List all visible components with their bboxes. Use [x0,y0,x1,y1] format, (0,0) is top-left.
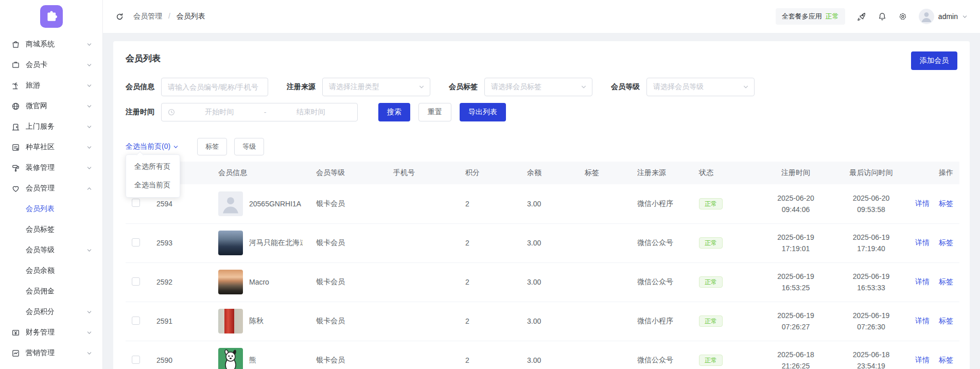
column-header-level: 会员等级 [310,162,387,184]
menu-item-select-current-page[interactable]: 全选当前页 [126,176,180,195]
last-visit-time: 2025-06-2009:53:58 [853,192,890,215]
last-visit-time: 2025-06-1916:53:33 [853,271,890,293]
menu-item-select-all-pages[interactable]: 全选所有页 [126,157,180,176]
detail-link[interactable]: 详情 [915,238,930,247]
detail-link[interactable]: 详情 [915,356,930,364]
member-table: 编号 会员信息 会员等级 手机号 积分 余额 标签 注册来源 状态 注册时间 最… [126,162,959,369]
member-info-input[interactable] [161,78,268,96]
tag-link[interactable]: 标签 [939,356,953,364]
sidebar-item-marketing[interactable]: 营销管理 [0,343,102,363]
clock-icon [168,109,175,116]
sidebar-item-member-list[interactable]: 会员列表 [0,199,102,219]
plan-name: 全套餐多应用 [782,12,822,21]
filter-row-1: 会员信息 注册来源 请选择注册类型 会员标签 请选择会员标签 会员等级 [126,78,957,96]
member-source: 微信公众号 [631,262,693,302]
table-row: 2594 20565GNRHI1A 银卡会员 2 3.00 微信小程序 正常 2… [126,184,959,223]
select-all-dropdown-menu: 全选所有页 全选当前页 [126,154,180,198]
default-avatar [218,191,243,216]
row-checkbox[interactable] [132,356,140,364]
chevron-down-icon [86,248,92,253]
sidebar-menu: 商城系统 会员卡 旅游 微官网 上门服务 种草社区 [0,33,102,363]
sidebar-item-website[interactable]: 微官网 [0,96,102,116]
sidebar-item-member-balance[interactable]: 会员余额 [0,260,102,281]
sidebar-item-member-levels[interactable]: 会员等级 [0,240,102,260]
app-logo[interactable] [40,5,63,28]
row-checkbox[interactable] [132,277,140,286]
member-source: 微信公众号 [631,223,693,262]
tag-link[interactable]: 标签 [939,277,953,286]
batch-tag-button[interactable]: 标签 [197,138,227,155]
plan-status-badge[interactable]: 全套餐多应用 正常 [776,8,845,25]
member-name: Macro [249,278,269,286]
sidebar-item-decoration[interactable]: 装修管理 [0,157,102,178]
chevron-down-icon [86,165,92,171]
top-header: 会员管理 / 会员列表 全套餐多应用 正常 admin [103,0,980,33]
row-checkbox[interactable] [132,238,140,247]
sidebar-item-mall[interactable]: 商城系统 [0,34,102,55]
select-placeholder: 请选择会员标签 [491,82,581,92]
sidebar-subitem-label: 会员标签 [26,225,92,234]
member-id: 2590 [150,341,212,369]
filter-row-2: 注册时间 开始时间 - 结束时间 搜索 重置 导出列表 [126,103,957,121]
member-points: 2 [459,262,521,302]
column-header-source: 注册来源 [631,162,693,184]
member-points: 2 [459,341,521,369]
column-header-phone: 手机号 [387,162,459,184]
sidebar-item-member-points[interactable]: 会员积分 [0,302,102,322]
sidebar-item-member-tags[interactable]: 会员标签 [0,219,102,240]
register-time: 2025-06-1917:19:01 [777,232,814,254]
status-badge: 正常 [699,355,723,366]
member-level: 银卡会员 [310,341,387,369]
bell-icon[interactable] [878,12,887,21]
breadcrumb-item[interactable]: 会员管理 [133,12,162,20]
detail-link[interactable]: 详情 [915,277,930,286]
photo-sunset-avatar [218,270,243,294]
gear-icon[interactable] [898,12,907,21]
member-phone [387,184,459,223]
member-level-select[interactable]: 请选择会员等级 [646,78,755,96]
register-time-range-picker[interactable]: 开始时间 - 结束时间 [161,103,358,121]
sidebar-item-door-service[interactable]: 上门服务 [0,116,102,137]
status-badge: 正常 [699,276,723,288]
tag-link[interactable]: 标签 [939,317,953,325]
member-source: 微信小程序 [631,184,693,223]
sidebar-item-member-commission[interactable]: 会员佣金 [0,281,102,302]
row-checkbox[interactable] [132,199,140,207]
register-source-select[interactable]: 请选择注册类型 [322,78,430,96]
member-tag-label: 会员标签 [449,82,478,92]
search-button[interactable]: 搜索 [378,103,410,121]
batch-level-button[interactable]: 等级 [234,138,264,155]
sidebar-item-member-management[interactable]: 会员管理 [0,178,102,199]
user-menu[interactable]: admin [919,9,968,24]
detail-link[interactable]: 详情 [915,317,930,325]
last-visit-time: 2025-06-1907:26:30 [853,310,890,332]
website-icon [11,102,20,111]
export-list-button[interactable]: 导出列表 [460,103,506,121]
member-level: 银卡会员 [310,184,387,223]
sidebar-item-member-card[interactable]: 会员卡 [0,55,102,75]
member-points: 2 [459,184,521,223]
tag-link[interactable]: 标签 [939,238,953,247]
member-id: 2592 [150,262,212,302]
puzzle-icon [45,10,58,23]
select-all-dropdown-trigger[interactable]: 全选当前页(0) [126,142,179,151]
breadcrumb-separator: / [168,12,170,20]
member-phone [387,302,459,341]
reset-button[interactable]: 重置 [418,103,451,121]
sidebar-item-travel[interactable]: 旅游 [0,75,102,96]
sidebar-item-label: 种草社区 [26,143,86,152]
row-checkbox[interactable] [132,317,140,325]
member-phone [387,223,459,262]
rocket-icon[interactable] [856,12,866,22]
refresh-icon[interactable] [115,12,124,21]
member-info-label: 会员信息 [126,82,154,92]
add-member-button[interactable]: 添加会员 [911,51,957,70]
sidebar-item-finance[interactable]: 财务管理 [0,322,102,343]
tag-link[interactable]: 标签 [939,199,953,207]
status-badge: 正常 [699,315,723,327]
member-tag-select[interactable]: 请选择会员标签 [484,78,592,96]
chevron-down-icon [86,62,92,68]
sidebar-item-community[interactable]: 种草社区 [0,137,102,157]
detail-link[interactable]: 详情 [915,199,930,207]
register-time: 2025-06-1907:26:27 [777,310,814,332]
